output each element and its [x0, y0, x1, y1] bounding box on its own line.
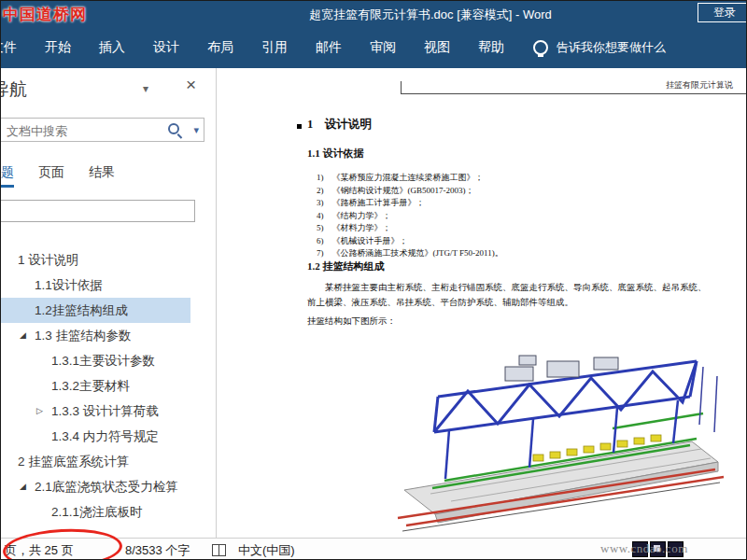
nav-item-label: 1.2挂篮结构组成 [35, 303, 128, 317]
nav-item-1-2[interactable]: 1.2挂篮结构组成 [1, 298, 190, 323]
reference-item: 2) 《钢结构设计规范》(GB50017-2003)； [317, 185, 503, 198]
ribbon-tabs: 文件 开始 插入 设计 布局 引用 邮件 审阅 视图 帮助 告诉我你想要做什么 [0, 26, 666, 68]
ribbon-tab-insert[interactable]: 插入 [85, 26, 139, 68]
window-title: 超宽挂篮有限元计算书.doc [兼容模式] - Word [309, 7, 552, 23]
word-window: 超宽挂篮有限元计算书.doc [兼容模式] - Word 登录 中国道桥网 文件… [0, 0, 747, 560]
nav-item-2[interactable]: 2 挂篮底篮系统计算 [1, 449, 216, 474]
hanger-rods [699, 367, 717, 432]
nav-item-label: 1.1设计依据 [35, 278, 103, 292]
page-count-status[interactable]: 页，共 25 页 [5, 542, 74, 559]
nav-item-label: 2.1底篮浇筑状态受力检算 [35, 480, 178, 494]
nav-item-label: 1 设计说明 [18, 253, 78, 267]
login-button[interactable]: 登录 [698, 3, 747, 22]
nav-tab-results[interactable]: 结果 [89, 164, 115, 188]
nav-item-1-1[interactable]: 1.1设计依据 [1, 273, 216, 298]
collapsed-triangle-icon[interactable]: ▷ [36, 399, 43, 424]
nav-item-label: 2.1.1浇注底板时 [51, 505, 143, 519]
ribbon-tab-help[interactable]: 帮助 [464, 26, 518, 68]
navigation-pane: 导航 ▾ × ▾ 标题 页面 结果 1 设计说明 1.1设计依据 1.2挂篮结构… [1, 68, 217, 538]
doc-paragraph-line: 挂篮结构如下图所示： [307, 315, 396, 328]
site-watermark-topleft: 中国道桥网 [3, 4, 87, 25]
status-bar: 页，共 25 页 8/3533 个字 中文(中国) www.cndao.com [1, 538, 746, 560]
nav-tab-headings[interactable]: 标题 [1, 164, 14, 188]
chevron-down-icon[interactable]: ▾ [143, 82, 148, 95]
ribbon-tab-mailings[interactable]: 邮件 [302, 26, 356, 68]
nav-tabs: 标题 页面 结果 [1, 164, 115, 188]
nav-item-1-3-3[interactable]: ▷1.3.3 设计计算荷载 [1, 399, 216, 424]
nav-item-label: 1.3.4 内力符号规定 [51, 429, 159, 443]
language-status[interactable]: 中文(中国) [238, 542, 295, 559]
nav-item-label: 2 挂篮底篮系统计算 [18, 455, 129, 469]
document-area[interactable]: 挂篮有限元计算说 1 设计说明 1.1 设计依据 1) 《某桥预应力混凝土连续梁… [217, 68, 747, 538]
ribbon-tab-layout[interactable]: 布局 [193, 26, 247, 68]
reference-item: 7) 《公路桥涵施工技术规范》(JTG/T F50-2011)。 [317, 247, 503, 260]
nav-item-label: 1.3.1主要设计参数 [51, 354, 155, 368]
nav-item-label: 1.3 挂篮结构参数 [35, 329, 132, 343]
nav-item-label: 1.3.3 设计计算荷载 [51, 404, 159, 418]
nav-item-1-3-1[interactable]: 1.3.1主要设计参数 [1, 348, 216, 373]
reference-item: 4) 《结构力学》； [317, 210, 503, 223]
ribbon-tab-home[interactable]: 开始 [31, 26, 85, 68]
machinery-boxes [505, 356, 618, 381]
close-icon[interactable]: × [186, 75, 196, 95]
expanded-triangle-icon[interactable]: ◢ [20, 474, 26, 499]
page-header-rule-tick [401, 81, 402, 93]
doc-heading-1-1: 1.1 设计依据 [307, 147, 364, 161]
nav-item-2-1-1[interactable]: 2.1.1浇注底板时 [1, 499, 216, 525]
ribbon-tab-file[interactable]: 文件 [0, 26, 31, 68]
ribbon-tab-view[interactable]: 视图 [410, 26, 464, 68]
reference-list: 1) 《某桥预应力混凝土连续梁桥施工图》； 2) 《钢结构设计规范》(GB500… [317, 172, 503, 260]
nav-item-2-1[interactable]: ◢2.1底篮浇筑状态受力检算 [1, 474, 216, 499]
doc-paragraph-line: 某桥挂篮主要由主桁系统、主桁走行锚固系统、底篮走行系统、导向系统、底篮系统、起吊… [307, 282, 707, 294]
outline-bullet-icon [297, 124, 302, 129]
doc-heading-1: 1 设计说明 [307, 117, 372, 133]
reference-item: 1) 《某桥预应力混凝土连续梁桥施工图》； [317, 172, 503, 185]
expanded-triangle-icon[interactable]: ◢ [20, 323, 26, 348]
doc-heading-1-2: 1.2 挂篮结构组成 [307, 259, 385, 273]
nav-divider-box [1, 200, 195, 222]
page-header-text: 挂篮有限元计算说 [666, 79, 733, 91]
nav-outline: 1 设计说明 1.1设计依据 1.2挂篮结构组成 ◢1.3 挂篮结构参数 1.3… [1, 247, 216, 525]
reference-item: 6) 《机械设计手册》； [317, 235, 503, 248]
search-icon[interactable] [168, 123, 179, 134]
site-watermark-bottomright: www.cndao.com [600, 541, 688, 556]
doc-paragraph-line: 前上横梁、液压系统、吊挂系统、平台防护系统、辅助部件等组成。 [307, 297, 573, 309]
tell-me-box[interactable]: 告诉我你想要做什么 [533, 39, 666, 56]
page-header-rule [401, 93, 747, 94]
title-bar: 超宽挂篮有限元计算书.doc [兼容模式] - Word 登录 [1, 1, 746, 26]
nav-tab-pages[interactable]: 页面 [38, 164, 64, 188]
nav-item-1-3-4[interactable]: 1.3.4 内力符号规定 [1, 424, 216, 449]
tell-me-label: 告诉我你想要做什么 [557, 39, 666, 56]
nav-item-1-3-2[interactable]: 1.3.2主要材料 [1, 373, 216, 399]
nav-item-1-3[interactable]: ◢1.3 挂篮结构参数 [1, 323, 216, 348]
bridge-gantry-figure [393, 339, 747, 535]
search-dropdown-icon[interactable]: ▾ [193, 124, 199, 136]
search-input[interactable] [5, 121, 153, 141]
nav-item-label: 1.3.2主要材料 [51, 379, 130, 393]
word-count-status[interactable]: 8/3533 个字 [125, 542, 190, 559]
reference-item: 5) 《材料力学》； [317, 222, 503, 235]
nav-item-1[interactable]: 1 设计说明 [1, 247, 216, 273]
proofing-icon[interactable] [212, 544, 226, 556]
search-box[interactable]: ▾ [1, 118, 204, 142]
ribbon-tab-review[interactable]: 审阅 [356, 26, 410, 68]
lightbulb-icon [533, 40, 548, 55]
nav-pane-title: 导航 [1, 77, 27, 102]
ribbon-tab-design[interactable]: 设计 [139, 26, 193, 68]
reference-item: 3) 《路桥施工计算手册》； [317, 197, 503, 210]
ribbon-tab-references[interactable]: 引用 [247, 26, 302, 68]
